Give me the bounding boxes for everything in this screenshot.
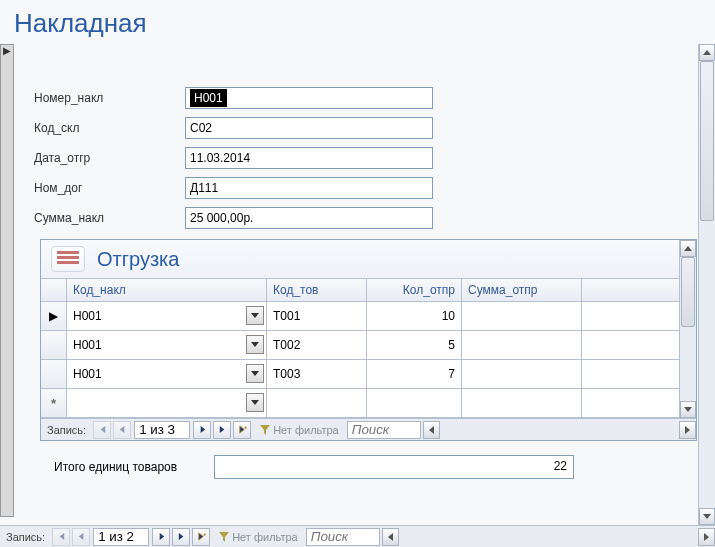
cell-kol-otpr[interactable]	[367, 389, 462, 417]
main-nav-counter[interactable]	[93, 528, 149, 546]
current-record-marker: ▶	[1, 45, 13, 56]
form-body: Номер_накл Н001 Код_скл Дата_отгр Ном_до…	[20, 47, 715, 479]
hscroll-right[interactable]	[679, 421, 696, 439]
subform-nav-bar: Запись: Нет фильтра	[41, 418, 696, 440]
new-record-row[interactable]	[41, 389, 696, 418]
main-nav-bar: Запись: Нет фильтра	[0, 525, 715, 547]
field-row-kod-skl: Код_скл	[20, 117, 715, 139]
nav-last-button[interactable]	[213, 421, 231, 439]
combo-dropdown-button[interactable]	[246, 306, 264, 325]
col-kod-tov[interactable]: Код_тов	[267, 279, 367, 301]
main-vscroll[interactable]	[698, 44, 715, 525]
cell-kod-nakl[interactable]	[67, 389, 267, 417]
form-title: Накладная	[0, 0, 715, 47]
datasheet-grid: Код_накл Код_тов Кол_отпр Сумма_отпр ▶Н0…	[41, 278, 696, 418]
subform-title: Отгрузка	[97, 248, 179, 271]
cell-kod-tov[interactable]: Т003	[267, 360, 367, 388]
cell-summa-otpr[interactable]	[462, 360, 582, 388]
table-row: Н001Т0025	[41, 331, 696, 360]
label-nom-dog: Ном_дог	[20, 181, 185, 195]
label-data-otgr: Дата_отгр	[20, 151, 185, 165]
subform-vscroll[interactable]	[679, 240, 696, 418]
input-nom-dog[interactable]	[185, 177, 433, 199]
main-nav-label: Запись:	[0, 531, 51, 543]
table-row: Н001Т0037	[41, 360, 696, 389]
main-vscroll-thumb[interactable]	[700, 61, 714, 221]
grid-header: Код_накл Код_тов Кол_отпр Сумма_отпр	[41, 278, 696, 302]
label-kod-skl: Код_скл	[20, 121, 185, 135]
vscroll-thumb[interactable]	[681, 257, 695, 327]
total-row: Итого единиц товаров 22	[54, 455, 715, 479]
combo-dropdown-button[interactable]	[246, 335, 264, 354]
input-kod-skl[interactable]	[185, 117, 433, 139]
main-nav-new-button[interactable]	[192, 528, 210, 546]
hscroll-left[interactable]	[423, 421, 440, 439]
row-selector[interactable]	[41, 360, 67, 388]
select-all-cell[interactable]	[41, 279, 67, 301]
subform-header: Отгрузка	[41, 240, 696, 278]
main-hscroll-right[interactable]	[698, 528, 715, 546]
main-nav-filter[interactable]: Нет фильтра	[211, 531, 306, 543]
field-row-summa-nakl: Сумма_накл	[20, 207, 715, 229]
vscroll-up[interactable]	[680, 240, 696, 257]
cell-kod-nakl[interactable]: Н001	[67, 331, 267, 359]
cell-summa-otpr[interactable]	[462, 331, 582, 359]
vscroll-down[interactable]	[680, 401, 696, 418]
row-selector[interactable]: ▶	[41, 302, 67, 330]
col-kod-nakl[interactable]: Код_накл	[67, 279, 267, 301]
new-row-selector[interactable]	[41, 389, 67, 417]
main-nav-first-button[interactable]	[52, 528, 70, 546]
main-hscroll-left[interactable]	[382, 528, 399, 546]
cell-kod-nakl[interactable]: Н001	[67, 302, 267, 330]
cell-kol-otpr[interactable]: 7	[367, 360, 462, 388]
datasheet-icon	[51, 246, 85, 272]
col-kol-otpr[interactable]: Кол_отпр	[367, 279, 462, 301]
nav-new-button[interactable]	[233, 421, 251, 439]
cell-kod-tov[interactable]	[267, 389, 367, 417]
cell-kod-tov[interactable]: Т001	[267, 302, 367, 330]
cell-summa-otpr[interactable]	[462, 302, 582, 330]
combo-dropdown-button[interactable]	[246, 393, 264, 412]
input-summa-nakl[interactable]	[185, 207, 433, 229]
nav-search[interactable]	[347, 421, 421, 439]
label-summa-nakl: Сумма_накл	[20, 211, 185, 225]
row-selector[interactable]	[41, 331, 67, 359]
nav-next-button[interactable]	[193, 421, 211, 439]
label-nomer-nakl: Номер_накл	[20, 91, 185, 105]
total-label: Итого единиц товаров	[54, 460, 214, 474]
main-nav-prev-button[interactable]	[72, 528, 90, 546]
main-nav-search[interactable]	[306, 528, 380, 546]
cell-kod-tov[interactable]: Т002	[267, 331, 367, 359]
col-summa-otpr[interactable]: Сумма_отпр	[462, 279, 582, 301]
table-row: ▶Н001Т00110	[41, 302, 696, 331]
subform-otgruzka: Отгрузка Код_накл Код_тов Кол_отпр Сумма…	[40, 239, 697, 441]
main-nav-next-button[interactable]	[152, 528, 170, 546]
field-row-nomer-nakl: Номер_накл Н001	[20, 87, 715, 109]
input-data-otgr[interactable]	[185, 147, 433, 169]
cell-kol-otpr[interactable]: 5	[367, 331, 462, 359]
field-row-data-otgr: Дата_отгр	[20, 147, 715, 169]
cell-kod-nakl[interactable]: Н001	[67, 360, 267, 388]
input-nomer-nakl[interactable]: Н001	[185, 87, 433, 109]
cell-summa-otpr[interactable]	[462, 389, 582, 417]
nav-counter[interactable]	[134, 421, 190, 439]
nav-first-button[interactable]	[93, 421, 111, 439]
total-value[interactable]: 22	[214, 455, 574, 479]
nav-label: Запись:	[41, 424, 92, 436]
nav-prev-button[interactable]	[113, 421, 131, 439]
nav-filter[interactable]: Нет фильтра	[252, 424, 347, 436]
record-selector[interactable]: ▶	[0, 44, 14, 517]
combo-dropdown-button[interactable]	[246, 364, 264, 383]
main-vscroll-down[interactable]	[699, 508, 715, 525]
field-row-nom-dog: Ном_дог	[20, 177, 715, 199]
main-nav-last-button[interactable]	[172, 528, 190, 546]
cell-kol-otpr[interactable]: 10	[367, 302, 462, 330]
main-vscroll-up[interactable]	[699, 44, 715, 61]
